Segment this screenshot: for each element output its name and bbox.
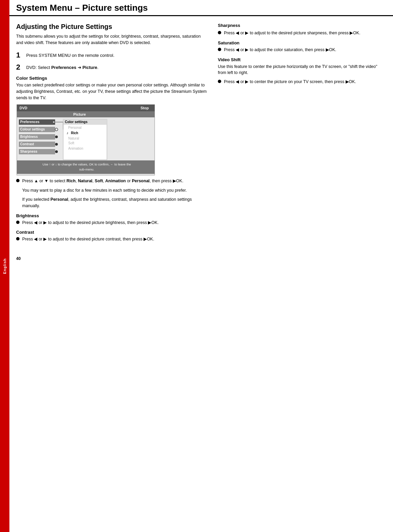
diagram-rich-label: Rich xyxy=(71,131,78,135)
diagram-picture-label: Picture xyxy=(73,112,86,116)
bold-natural: Natural xyxy=(78,179,92,183)
contrast-bullet-dot xyxy=(16,237,19,240)
bold-rich-natural: Rich xyxy=(67,179,76,183)
step-2: 2 DVD: Select Preferences ➜ Picture. xyxy=(16,63,208,72)
saturation-bullet-dot xyxy=(218,48,221,51)
svg-point-10 xyxy=(55,143,58,146)
bullet-select-item: Press ▲ or ▼ to select Rich, Natural, So… xyxy=(16,178,208,184)
section-heading: Adjusting the Picture Settings xyxy=(16,23,208,31)
diagram-animation-label: Animation xyxy=(68,147,83,150)
svg-rect-1 xyxy=(17,105,155,111)
video-shift-bullet-dot xyxy=(218,80,221,83)
brightness-bullet-text: Press ◀ or ▶ to adjust to the desired pi… xyxy=(22,220,208,226)
left-column: Adjusting the Picture Settings This subm… xyxy=(16,23,208,246)
step-2-text: DVD: Select Preferences ➜ Picture. xyxy=(26,63,99,71)
diagram-contrast-label: Contrast xyxy=(20,142,34,146)
step-2-arrow: ➜ xyxy=(78,65,81,70)
diagram-preferences-label: Preferences xyxy=(20,120,40,124)
step-2-period: . xyxy=(97,65,99,70)
bullet-select-text: Press ▲ or ▼ to select Rich, Natural, So… xyxy=(22,178,208,184)
bold-personal-2: Personal xyxy=(50,197,68,202)
video-shift-bullet-text: Press ◀ or ▶ to center the picture on yo… xyxy=(224,79,379,85)
step-2-number: 2 xyxy=(16,63,23,72)
main-content: System Menu – Picture settings Adjusting… xyxy=(9,0,393,532)
brightness-heading: Brightness xyxy=(16,213,208,218)
contrast-heading: Contrast xyxy=(16,230,208,235)
saturation-bullet-item: Press ◀ or ▶ to adjust the color saturat… xyxy=(218,47,379,53)
bold-soft: Soft xyxy=(95,179,103,183)
color-settings-body: You can select predefined color settings… xyxy=(16,82,208,101)
brightness-bullet-item: Press ◀ or ▶ to adjust to the desired pi… xyxy=(16,220,208,226)
diagram-brightness-label: Brightness xyxy=(20,135,38,139)
diagram-note-line1: Use ↑ or ↓ to change the values, OK to c… xyxy=(43,162,131,166)
diagram-personal-label: Personal xyxy=(68,126,81,129)
diagram-dvd-label: DVD xyxy=(19,106,27,110)
svg-point-12 xyxy=(55,150,58,153)
contrast-bullet-text: Press ◀ or ▶ to adjust to the desired pi… xyxy=(22,236,208,242)
bold-personal: Personal xyxy=(132,179,150,183)
bullet-dot-1 xyxy=(16,179,19,182)
diagram-svg: DVD Stop Picture Preferences Colo xyxy=(16,104,157,178)
diagram-note-line2: sub-menu. xyxy=(79,167,94,171)
step-2-picture: Picture xyxy=(82,65,97,70)
svg-point-8 xyxy=(55,136,58,138)
diagram-colour-settings-label: Colour settings xyxy=(20,127,45,131)
saturation-heading: Saturation xyxy=(218,40,379,45)
page-title: System Menu – Picture settings xyxy=(16,3,386,13)
page-footer: 40 xyxy=(9,253,393,264)
content-area: Adjusting the Picture Settings This subm… xyxy=(9,16,393,253)
video-shift-body: Use this feature to center the picture h… xyxy=(218,64,379,76)
note-personal: If you selected Personal, adjust the bri… xyxy=(22,196,208,209)
sidebar-language-label: English xyxy=(3,258,7,274)
step-1: 1 Press SYSTEM MENU on the remote contro… xyxy=(16,51,208,60)
brightness-bullet-dot xyxy=(16,221,19,224)
svg-point-6 xyxy=(55,128,58,131)
contrast-bullet-item: Press ◀ or ▶ to adjust to the desired pi… xyxy=(16,236,208,242)
diagram-sharpness-label: Sharpness xyxy=(20,150,38,153)
diagram-stop-label: Stop xyxy=(141,106,149,110)
sharpness-heading: Sharpness xyxy=(218,23,379,28)
diagram-natural-label: Natural xyxy=(68,137,79,140)
sidebar: English xyxy=(0,0,9,532)
page-number: 40 xyxy=(16,256,21,261)
step-1-number: 1 xyxy=(16,51,23,60)
sharpness-bullet-item: Press ◀ or ▶ to adjust to the desired pi… xyxy=(218,30,379,36)
saturation-bullet-text: Press ◀ or ▶ to adjust the color saturat… xyxy=(224,47,379,53)
menu-diagram: DVD Stop Picture Preferences Colo xyxy=(16,104,208,178)
diagram-color-settings-popup: Color settings xyxy=(65,120,88,124)
bold-animation: Animation xyxy=(105,179,126,183)
diagram-soft-label: Soft xyxy=(68,141,74,145)
color-settings-heading: Color Settings xyxy=(16,76,208,81)
right-column: Sharpness Press ◀ or ▶ to adjust to the … xyxy=(218,23,379,246)
diagram-music-icon: ♪ xyxy=(67,131,69,135)
intro-text: This submenu allows you to adjust the se… xyxy=(16,33,208,46)
step-1-text: Press SYSTEM MENU on the remote control. xyxy=(26,51,114,59)
video-shift-heading: Video Shift xyxy=(218,57,379,62)
step-2-preferences: Preferences xyxy=(51,65,76,70)
page-header: System Menu – Picture settings xyxy=(9,0,393,16)
sharpness-bullet-dot xyxy=(218,31,221,34)
sharpness-bullet-text: Press ◀ or ▶ to adjust to the desired pi… xyxy=(224,30,379,36)
video-shift-bullet-item: Press ◀ or ▶ to center the picture on yo… xyxy=(218,79,379,85)
note-play-disc: You may want to play a disc for a few mi… xyxy=(22,187,208,194)
